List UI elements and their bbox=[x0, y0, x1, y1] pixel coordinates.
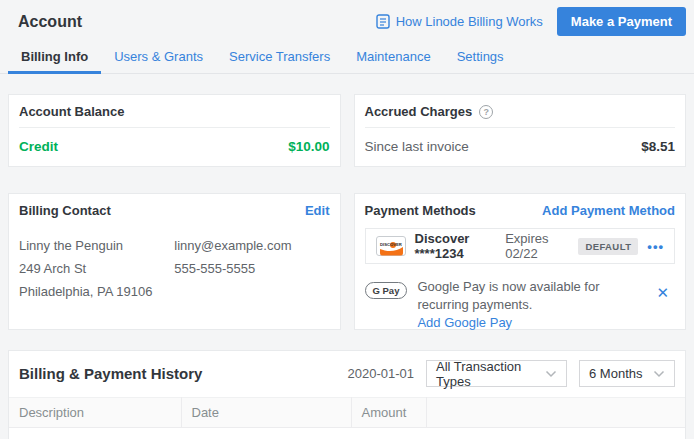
billing-contact-title: Billing Contact bbox=[19, 203, 111, 218]
contact-email: linny@example.com bbox=[174, 234, 329, 257]
payment-methods-title: Payment Methods bbox=[365, 203, 476, 218]
card-label: Discover ****1234 bbox=[415, 231, 497, 261]
contact-name: Linny the Penguin bbox=[19, 234, 174, 257]
google-pay-message: Google Pay is now available for recurrin… bbox=[417, 278, 646, 314]
contact-city: Philadelphia, PA 19106 bbox=[19, 280, 174, 303]
how-billing-works-label: How Linode Billing Works bbox=[396, 14, 543, 29]
history-title: Billing & Payment History bbox=[19, 365, 202, 382]
column-header-description: Description bbox=[9, 398, 181, 428]
accrued-charges-title: Accrued Charges bbox=[365, 104, 473, 119]
help-icon[interactable]: ? bbox=[479, 105, 493, 119]
table-row: Invoice #000123456 2021-07-01 04:16 $10.… bbox=[9, 428, 685, 439]
chevron-down-icon bbox=[653, 370, 665, 378]
period-value: 6 Months bbox=[589, 366, 642, 381]
credit-amount: $10.00 bbox=[288, 139, 329, 154]
document-icon bbox=[376, 14, 390, 29]
page-title: Account bbox=[18, 13, 82, 31]
tab-settings[interactable]: Settings bbox=[444, 44, 517, 74]
accrued-amount: $8.51 bbox=[641, 139, 675, 154]
tab-users-grants[interactable]: Users & Grants bbox=[101, 44, 216, 74]
credit-label: Credit bbox=[19, 139, 58, 154]
payment-methods-card: Payment Methods Add Payment Method DISCO… bbox=[354, 193, 687, 330]
column-header-date: Date bbox=[181, 398, 351, 428]
edit-contact-link[interactable]: Edit bbox=[305, 203, 330, 218]
add-payment-method-link[interactable]: Add Payment Method bbox=[542, 203, 675, 218]
account-balance-title: Account Balance bbox=[19, 104, 124, 119]
history-start-date: 2020-01-01 bbox=[348, 366, 415, 381]
column-header-amount: Amount bbox=[351, 398, 426, 428]
account-balance-card: Account Balance Credit $10.00 bbox=[8, 94, 341, 167]
history-table: Description Date Amount Invoice #0001234… bbox=[9, 397, 685, 439]
chevron-down-icon bbox=[545, 370, 557, 378]
tab-service-transfers[interactable]: Service Transfers bbox=[216, 44, 343, 74]
account-tabbar: Billing Info Users & Grants Service Tran… bbox=[0, 40, 694, 74]
svg-text:DISCOVER: DISCOVER bbox=[380, 242, 402, 247]
transaction-type-select[interactable]: All Transaction Types bbox=[426, 360, 567, 387]
contact-street: 249 Arch St bbox=[19, 257, 174, 280]
period-select[interactable]: 6 Months bbox=[579, 360, 675, 387]
invoice-date: 2021-07-01 04:16 bbox=[181, 428, 351, 439]
invoice-amount: $10.00 bbox=[351, 428, 426, 439]
card-expiry: Expires 02/22 bbox=[505, 231, 565, 261]
default-badge: DEFAULT bbox=[578, 238, 638, 255]
contact-phone: 555-555-5555 bbox=[174, 257, 329, 280]
billing-history-section: Billing & Payment History 2020-01-01 All… bbox=[8, 350, 686, 439]
google-pay-notice: G Pay Google Pay is now available for re… bbox=[365, 278, 676, 332]
tab-maintenance[interactable]: Maintenance bbox=[343, 44, 443, 74]
payment-method-row: DISCOVER Discover ****1234 Expires 02/22… bbox=[365, 228, 676, 264]
discover-card-icon: DISCOVER bbox=[376, 236, 406, 256]
column-header-actions bbox=[426, 398, 685, 428]
google-pay-icon: G Pay bbox=[365, 282, 408, 299]
add-google-pay-link[interactable]: Add Google Pay bbox=[417, 315, 512, 330]
accrued-charges-card: Accrued Charges ? Since last invoice $8.… bbox=[354, 94, 687, 167]
since-last-invoice-label: Since last invoice bbox=[365, 139, 469, 154]
how-billing-works-link[interactable]: How Linode Billing Works bbox=[376, 14, 543, 29]
tab-billing-info[interactable]: Billing Info bbox=[8, 44, 101, 74]
card-actions-menu-icon[interactable]: ••• bbox=[647, 239, 664, 254]
page-header: Account How Linode Billing Works Make a … bbox=[0, 0, 694, 40]
transaction-type-value: All Transaction Types bbox=[436, 359, 545, 389]
make-payment-button[interactable]: Make a Payment bbox=[557, 7, 686, 36]
billing-contact-card: Billing Contact Edit Linny the Penguin 2… bbox=[8, 193, 341, 330]
close-icon[interactable]: ✕ bbox=[656, 284, 669, 302]
